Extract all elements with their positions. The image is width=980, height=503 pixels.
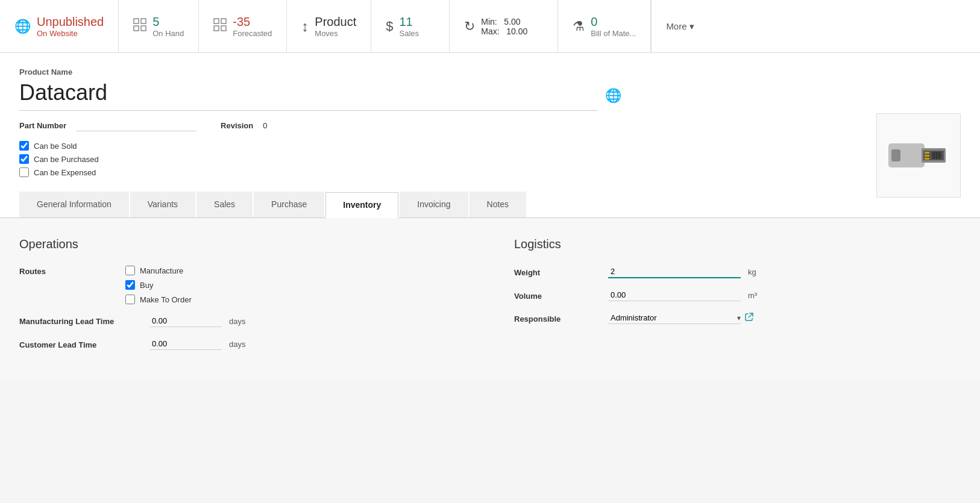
min-label: Min:	[481, 17, 497, 27]
tab-purchase[interactable]: Purchase	[254, 192, 324, 217]
can-be-expensed-checkbox[interactable]	[19, 167, 29, 177]
mfg-lead-time-row: Manufacturing Lead Time days	[19, 315, 466, 327]
routes-label: Routes	[19, 266, 116, 276]
stats-label-unpublished: On Website	[37, 29, 104, 38]
tab-inventory[interactable]: Inventory	[325, 192, 398, 218]
route-buy-checkbox[interactable]	[125, 280, 135, 290]
stats-label-bom: Bill of Mate...	[591, 29, 636, 38]
responsible-row: Responsible Administrator ▾	[514, 312, 961, 324]
stats-item-sales[interactable]: $ 11 Sales	[371, 0, 450, 52]
responsible-field: Administrator ▾	[608, 312, 961, 324]
stats-value-forecasted: -35	[233, 15, 272, 29]
stats-label-sales: Sales	[399, 29, 419, 38]
main-content: Product Name Datacard 🌐 Part Number Revi…	[0, 53, 980, 217]
checkbox-can-be-expensed[interactable]: Can be Expensed	[19, 167, 961, 177]
customer-lead-time-input[interactable]	[149, 338, 222, 350]
can-be-sold-checkbox[interactable]	[19, 141, 29, 151]
weight-label: Weight	[514, 267, 598, 277]
tab-sales[interactable]: Sales	[196, 192, 253, 217]
dollar-stats-icon: $	[386, 19, 393, 34]
weight-input[interactable]	[608, 266, 741, 278]
customer-lead-time-row: Customer Lead Time days	[19, 338, 466, 350]
stats-item-min-max[interactable]: ↻ Min: 5.00 Max: 10.00	[450, 0, 558, 52]
can-be-expensed-label: Can be Expensed	[34, 168, 96, 177]
checkbox-can-be-purchased[interactable]: Can be Purchased	[19, 154, 961, 164]
tab-invoicing[interactable]: Invoicing	[400, 192, 468, 217]
grid-stats-icon-forecasted	[213, 18, 227, 35]
routes-checkboxes: Manufacture Buy Make To Order	[125, 266, 192, 304]
product-image[interactable]	[876, 113, 961, 198]
more-button[interactable]: More ▾	[651, 0, 711, 52]
route-manufacture[interactable]: Manufacture	[125, 266, 192, 275]
svg-rect-13	[925, 158, 929, 160]
checkboxes-row: Can be Sold Can be Purchased Can be Expe…	[19, 141, 961, 177]
max-label: Max:	[481, 27, 499, 36]
can-be-purchased-label: Can be Purchased	[34, 155, 99, 164]
weight-row: Weight kg	[514, 266, 961, 278]
route-manufacture-label: Manufacture	[140, 266, 183, 275]
min-value: 5.00	[504, 17, 520, 27]
logistics-title: Logistics	[514, 237, 961, 251]
grid-stats-icon-onhand	[133, 18, 146, 35]
revision-field: Revision 0	[221, 121, 267, 130]
can-be-purchased-checkbox[interactable]	[19, 154, 29, 164]
stats-item-bom[interactable]: ⚗ 0 Bill of Mate...	[558, 0, 651, 52]
volume-input[interactable]	[608, 289, 741, 301]
globe-stats-icon: 🌐	[14, 19, 31, 34]
svg-rect-7	[221, 26, 226, 31]
svg-rect-19	[891, 149, 900, 161]
part-number-label: Part Number	[19, 121, 66, 130]
stats-max-line: Max: 10.00	[481, 27, 527, 36]
stats-label-product-moves: Moves	[315, 29, 356, 38]
can-be-sold-label: Can be Sold	[34, 142, 77, 151]
stats-text-forecasted: -35 Forecasted	[233, 15, 272, 38]
tab-general-information[interactable]: General Information	[19, 192, 129, 217]
product-name-label: Product Name	[19, 67, 961, 77]
responsible-external-link-icon[interactable]	[744, 312, 754, 324]
operations-title: Operations	[19, 237, 466, 251]
volume-label: Volume	[514, 290, 598, 301]
more-label: More	[666, 21, 686, 31]
weight-unit: kg	[748, 267, 756, 276]
mfg-lead-time-unit: days	[229, 317, 245, 326]
product-title: Datacard	[19, 80, 598, 111]
part-revision-row: Part Number Revision 0	[19, 119, 961, 131]
stats-text-bom: 0 Bill of Mate...	[591, 15, 636, 38]
stats-item-on-hand[interactable]: 5 On Hand	[119, 0, 199, 52]
svg-rect-12	[925, 155, 929, 157]
checkbox-can-be-sold[interactable]: Can be Sold	[19, 141, 961, 151]
route-make-to-order-checkbox[interactable]	[125, 295, 135, 304]
stats-label-forecasted: Forecasted	[233, 29, 272, 38]
responsible-select[interactable]: Administrator	[608, 312, 737, 323]
stats-item-unpublished[interactable]: 🌐 Unpublished On Website	[0, 0, 119, 52]
max-value: 10.00	[506, 27, 527, 36]
operations-section: Operations Routes Manufacture Buy Make T…	[19, 237, 466, 361]
route-buy[interactable]: Buy	[125, 280, 192, 290]
mfg-lead-time-input[interactable]	[149, 315, 222, 327]
responsible-select-wrapper[interactable]: Administrator ▾	[608, 312, 741, 324]
route-make-to-order[interactable]: Make To Order	[125, 295, 192, 304]
revision-label: Revision	[221, 121, 253, 130]
route-manufacture-checkbox[interactable]	[125, 266, 135, 275]
tab-notes[interactable]: Notes	[470, 192, 527, 217]
tab-variants[interactable]: Variants	[130, 192, 195, 217]
svg-rect-6	[214, 26, 219, 31]
more-chevron-icon: ▾	[689, 21, 694, 32]
part-number-input[interactable]	[76, 119, 196, 131]
stats-text-on-hand: 5 On Hand	[152, 15, 184, 38]
stats-text-unpublished: Unpublished On Website	[37, 15, 104, 38]
revision-value: 0	[263, 121, 267, 130]
stats-item-forecasted[interactable]: -35 Forecasted	[199, 0, 287, 52]
inventory-two-col: Operations Routes Manufacture Buy Make T…	[19, 237, 961, 361]
svg-rect-5	[221, 19, 226, 23]
website-globe-icon[interactable]: 🌐	[605, 88, 621, 104]
product-title-row: Datacard 🌐	[19, 80, 961, 111]
stats-text-sales: 11 Sales	[399, 15, 419, 38]
stats-bar: 🌐 Unpublished On Website 5 On Hand	[0, 0, 980, 53]
stats-value-unpublished: Unpublished	[37, 15, 104, 29]
svg-rect-1	[141, 19, 146, 23]
svg-rect-11	[925, 152, 929, 154]
route-buy-label: Buy	[140, 281, 153, 290]
part-number-field: Part Number	[19, 119, 196, 131]
stats-item-product-moves[interactable]: ↕ Product Moves	[287, 0, 371, 52]
